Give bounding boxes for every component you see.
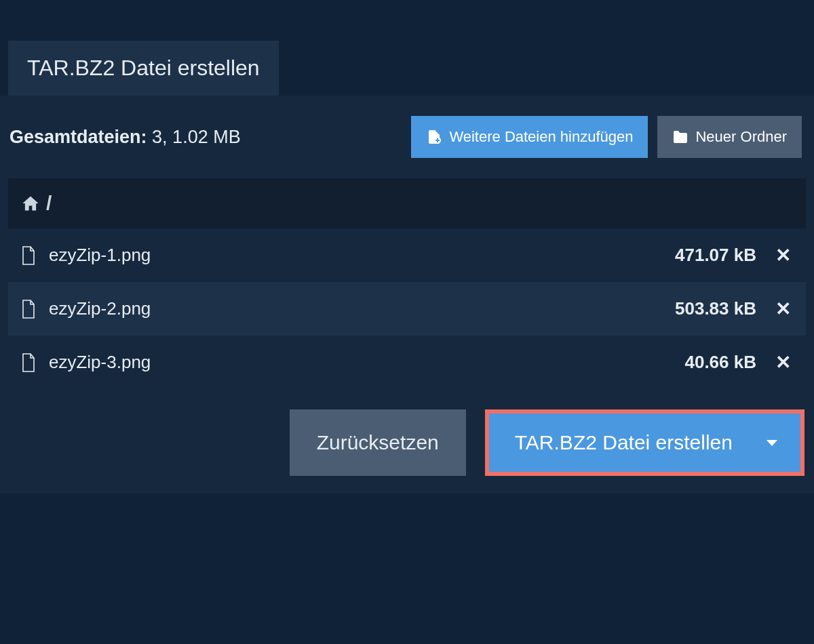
header-row: Gesamtdateien: 3, 1.02 MB Weitere Dateie… — [0, 96, 814, 178]
add-files-button[interactable]: Weitere Dateien hinzufügen — [411, 116, 648, 158]
file-icon — [20, 245, 37, 266]
file-row: ezyZip-1.png 471.07 kB ✕ — [8, 228, 806, 282]
tab-create-archive[interactable]: TAR.BZ2 Datei erstellen — [8, 41, 279, 96]
create-label: TAR.BZ2 Datei erstellen — [515, 431, 733, 454]
file-name[interactable]: ezyZip-3.png — [49, 352, 672, 373]
breadcrumb-path: / — [46, 192, 52, 215]
create-archive-button[interactable]: TAR.BZ2 Datei erstellen — [489, 414, 800, 472]
tab-label: TAR.BZ2 Datei erstellen — [27, 56, 260, 80]
file-summary: Gesamtdateien: 3, 1.02 MB — [9, 127, 241, 148]
new-folder-button[interactable]: Neuer Ordner — [657, 116, 802, 158]
file-row: ezyZip-3.png 40.66 kB ✕ — [8, 336, 806, 389]
remove-file-button[interactable]: ✕ — [773, 353, 794, 372]
footer-actions: Zurücksetzen TAR.BZ2 Datei erstellen — [0, 389, 814, 494]
file-list: ezyZip-1.png 471.07 kB ✕ ezyZip-2.png 50… — [8, 228, 806, 389]
close-icon: ✕ — [775, 298, 791, 319]
file-size: 503.83 kB — [675, 298, 756, 319]
file-icon — [20, 353, 37, 373]
file-add-icon — [426, 129, 442, 145]
remove-file-button[interactable]: ✕ — [773, 246, 794, 265]
reset-label: Zurücksetzen — [317, 431, 439, 454]
summary-label: Gesamtdateien: — [9, 127, 147, 147]
file-size: 471.07 kB — [675, 245, 756, 266]
file-name[interactable]: ezyZip-2.png — [49, 298, 663, 319]
new-folder-label: Neuer Ordner — [695, 128, 787, 146]
file-name[interactable]: ezyZip-1.png — [49, 245, 663, 266]
home-icon — [20, 194, 41, 213]
file-size: 40.66 kB — [684, 352, 756, 373]
file-row: ezyZip-2.png 503.83 kB ✕ — [8, 282, 806, 336]
remove-file-button[interactable]: ✕ — [773, 300, 794, 319]
add-files-label: Weitere Dateien hinzufügen — [449, 128, 633, 146]
summary-stats: 3, 1.02 MB — [152, 127, 241, 147]
breadcrumb[interactable]: / — [8, 178, 806, 228]
close-icon: ✕ — [775, 245, 791, 266]
file-icon — [20, 299, 37, 319]
chevron-down-icon — [767, 440, 777, 446]
tab-bar: TAR.BZ2 Datei erstellen — [0, 0, 814, 96]
reset-button[interactable]: Zurücksetzen — [290, 409, 466, 476]
folder-icon — [672, 129, 689, 144]
create-button-highlight: TAR.BZ2 Datei erstellen — [485, 409, 805, 476]
close-icon: ✕ — [775, 352, 791, 373]
